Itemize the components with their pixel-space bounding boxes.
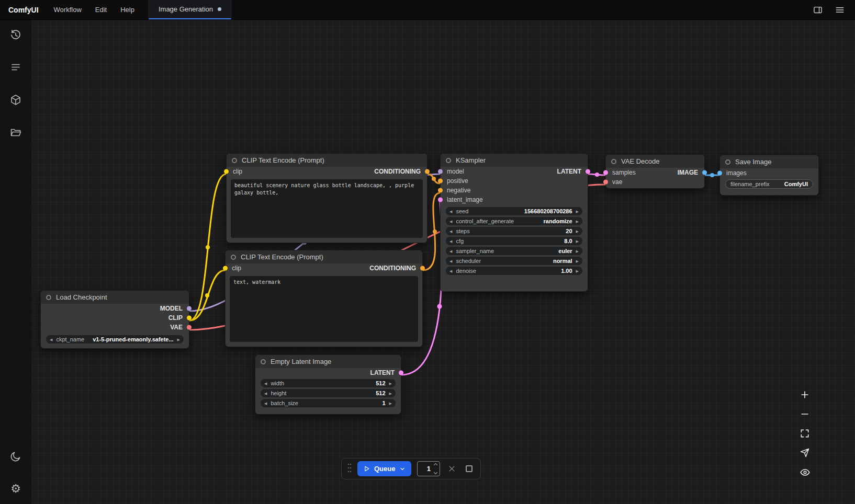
prev-value-icon[interactable]: ◀ <box>449 249 452 253</box>
image-output-dot[interactable] <box>702 170 707 175</box>
clip-input-dot[interactable] <box>223 266 228 271</box>
positive-prompt-textarea[interactable]: beautiful scenery nature glass bottle la… <box>231 179 423 238</box>
decrement-icon[interactable]: ◀ <box>264 382 267 385</box>
latent-output-dot[interactable] <box>399 371 403 375</box>
queue-icon[interactable] <box>9 61 22 74</box>
widget-ckpt-name[interactable]: ◀ ckpt_name v1-5-pruned-emaonly.safete..… <box>46 335 184 343</box>
zoom-in-icon[interactable] <box>799 389 811 400</box>
prev-value-icon[interactable]: ◀ <box>50 338 52 341</box>
node-header[interactable]: Load Checkpoint <box>41 291 189 304</box>
widget-width[interactable]: ◀ width 512 ▶ <box>261 379 396 387</box>
samples-input-dot[interactable] <box>603 170 608 175</box>
zoom-out-icon[interactable] <box>799 408 811 420</box>
drag-handle-icon[interactable] <box>347 462 352 476</box>
widget-height[interactable]: ◀ height 512 ▶ <box>261 389 396 397</box>
fit-view-icon[interactable] <box>799 428 811 439</box>
clear-queue-icon[interactable] <box>446 463 457 475</box>
increment-icon[interactable]: ▶ <box>576 210 579 213</box>
step-up-icon[interactable] <box>433 463 438 466</box>
menu-workflow[interactable]: Workflow <box>47 0 88 19</box>
collapse-icon[interactable] <box>261 359 266 364</box>
latent-output-dot[interactable] <box>586 169 590 174</box>
widget-sampler-name[interactable]: ◀ sampler_name euler ▶ <box>446 247 582 255</box>
queue-button[interactable]: Queue <box>357 461 411 476</box>
negative-prompt-textarea[interactable]: text, watermark <box>230 276 418 342</box>
tab-image-generation[interactable]: Image Generation <box>149 0 231 19</box>
widget-cfg[interactable]: ◀ cfg 8.0 ▶ <box>446 237 582 245</box>
node-header[interactable]: CLIP Text Encode (Prompt) <box>226 250 422 264</box>
positive-input-dot[interactable] <box>438 179 443 184</box>
collapse-icon[interactable] <box>231 255 236 260</box>
node-save-image[interactable]: Save Image images filename_prefix ComfyU… <box>719 155 819 196</box>
history-icon[interactable] <box>9 28 22 42</box>
node-clip-text-encode-negative[interactable]: CLIP Text Encode (Prompt) clip CONDITION… <box>225 250 423 347</box>
collapse-icon[interactable] <box>232 158 237 163</box>
increment-icon[interactable]: ▶ <box>576 230 579 233</box>
increment-icon[interactable]: ▶ <box>389 392 392 395</box>
decrement-icon[interactable]: ◀ <box>449 239 452 243</box>
decrement-icon[interactable]: ◀ <box>449 230 452 233</box>
prev-value-icon[interactable]: ◀ <box>449 259 452 263</box>
batch-count-input[interactable]: 1 <box>417 461 440 476</box>
decrement-icon[interactable]: ◀ <box>264 392 267 395</box>
node-library-icon[interactable] <box>9 93 22 107</box>
node-canvas[interactable]: Load Checkpoint MODEL CLIP VAE ◀ ckpt_na… <box>31 20 855 504</box>
collapse-icon[interactable] <box>446 158 451 163</box>
stop-icon[interactable] <box>463 463 475 475</box>
widget-steps[interactable]: ◀ steps 20 ▶ <box>446 227 582 235</box>
model-output-dot[interactable] <box>187 306 192 311</box>
next-value-icon[interactable]: ▶ <box>177 338 180 341</box>
node-clip-text-encode-positive[interactable]: CLIP Text Encode (Prompt) clip CONDITION… <box>226 153 428 243</box>
menu-icon[interactable] <box>834 4 846 16</box>
menu-edit[interactable]: Edit <box>88 0 114 19</box>
conditioning-output-dot[interactable] <box>420 266 425 271</box>
widget-seed[interactable]: ◀ seed 156680208700286 ▶ <box>446 207 582 215</box>
images-input-dot[interactable] <box>717 171 722 176</box>
pointer-mode-icon[interactable] <box>799 447 811 459</box>
next-value-icon[interactable]: ▶ <box>576 249 579 253</box>
widget-denoise[interactable]: ◀ denoise 1.00 ▶ <box>446 267 582 275</box>
collapse-icon[interactable] <box>725 159 730 165</box>
panel-toggle-icon[interactable] <box>812 4 824 16</box>
increment-icon[interactable]: ▶ <box>389 402 392 405</box>
settings-icon[interactable]: ⚙ <box>9 482 22 496</box>
vae-input-dot[interactable] <box>603 180 608 185</box>
collapse-icon[interactable] <box>611 159 616 164</box>
step-down-icon[interactable] <box>433 472 438 475</box>
vae-output-dot[interactable] <box>187 325 192 330</box>
node-load-checkpoint[interactable]: Load Checkpoint MODEL CLIP VAE ◀ ckpt_na… <box>40 290 189 349</box>
node-vae-decode[interactable]: VAE Decode samples IMAGE vae <box>605 154 705 189</box>
node-empty-latent-image[interactable]: Empty Latent Image LATENT ◀ width 512 ▶ … <box>255 354 401 415</box>
model-input-dot[interactable] <box>438 169 443 174</box>
workflows-icon[interactable] <box>9 125 22 139</box>
widget-scheduler[interactable]: ◀ scheduler normal ▶ <box>446 257 582 265</box>
increment-icon[interactable]: ▶ <box>576 269 579 273</box>
node-ksampler[interactable]: KSampler model LATENT positive negative … <box>440 153 588 292</box>
node-header[interactable]: Empty Latent Image <box>255 355 401 368</box>
widget-batch-size[interactable]: ◀ batch_size 1 ▶ <box>261 399 396 407</box>
prev-value-icon[interactable]: ◀ <box>449 220 452 223</box>
theme-toggle-icon[interactable] <box>9 450 22 463</box>
conditioning-output-dot[interactable] <box>425 169 430 174</box>
increment-icon[interactable]: ▶ <box>389 382 392 385</box>
decrement-icon[interactable]: ◀ <box>264 402 267 405</box>
negative-input-dot[interactable] <box>438 188 443 193</box>
node-header[interactable]: CLIP Text Encode (Prompt) <box>227 154 427 167</box>
next-value-icon[interactable]: ▶ <box>576 220 579 223</box>
clip-output-dot[interactable] <box>187 316 192 320</box>
app-logo[interactable]: ComfyUI <box>0 0 47 19</box>
clip-input-dot[interactable] <box>224 169 229 174</box>
next-value-icon[interactable]: ▶ <box>576 259 579 263</box>
menu-help[interactable]: Help <box>114 0 141 19</box>
widget-filename-prefix[interactable]: filename_prefix ComfyUI <box>725 179 813 189</box>
decrement-icon[interactable]: ◀ <box>449 210 452 213</box>
decrement-icon[interactable]: ◀ <box>449 269 452 273</box>
collapse-icon[interactable] <box>46 295 51 300</box>
node-header[interactable]: Save Image <box>720 155 818 168</box>
node-header[interactable]: KSampler <box>441 154 588 167</box>
link-visibility-icon[interactable] <box>799 466 811 478</box>
widget-control-after-generate[interactable]: ◀ control_after_generate randomize ▶ <box>446 217 582 225</box>
latent-image-input-dot[interactable] <box>438 198 443 202</box>
node-header[interactable]: VAE Decode <box>606 155 704 168</box>
increment-icon[interactable]: ▶ <box>576 239 579 243</box>
